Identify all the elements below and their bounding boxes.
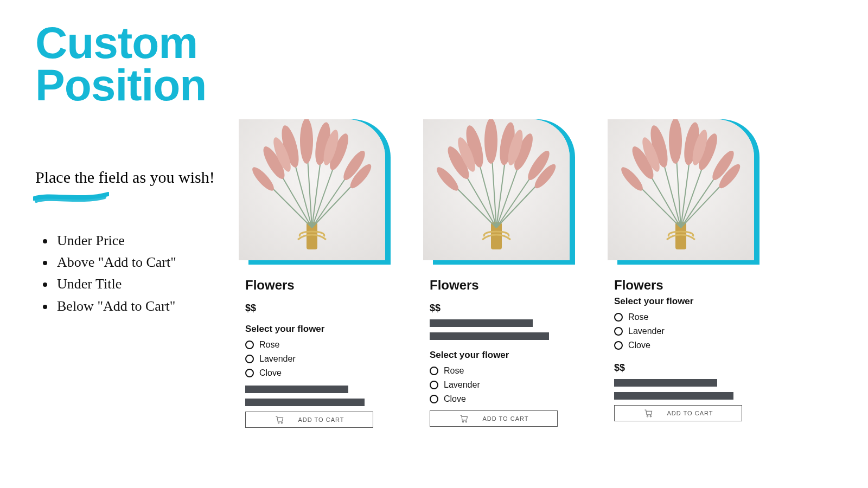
product-thumbnail bbox=[608, 119, 760, 265]
add-to-cart-button[interactable]: ADD TO CART bbox=[614, 405, 742, 421]
radio-icon bbox=[614, 313, 623, 322]
svg-point-4 bbox=[300, 119, 313, 164]
svg-point-18 bbox=[484, 119, 497, 164]
radio-icon bbox=[614, 341, 623, 350]
tagline: Place the field as you wish! bbox=[35, 166, 231, 189]
list-item: Below "Add to Cart" bbox=[55, 296, 231, 317]
radio-icon bbox=[245, 355, 254, 363]
add-to-cart-label: ADD TO CART bbox=[667, 410, 713, 416]
variant-radio-group[interactable]: Rose Lavender Clove bbox=[430, 364, 580, 406]
list-item: Above "Add to Cart" bbox=[55, 252, 231, 273]
brush-underline bbox=[33, 191, 231, 203]
placeholder-bar bbox=[245, 386, 348, 393]
cart-icon bbox=[275, 415, 284, 424]
product-title: Flowers bbox=[430, 278, 580, 293]
svg-point-13 bbox=[281, 422, 282, 423]
radio-label: Lavender bbox=[444, 380, 480, 390]
placeholder-bar bbox=[430, 332, 549, 340]
product-price: $$ bbox=[430, 303, 580, 314]
variant-radio-rose[interactable]: Rose bbox=[614, 310, 765, 324]
placeholder-bars bbox=[430, 319, 580, 340]
radio-icon bbox=[245, 341, 254, 349]
radio-icon bbox=[245, 369, 254, 377]
radio-label: Rose bbox=[444, 366, 464, 376]
radio-label: Clove bbox=[444, 394, 466, 404]
product-thumbnail bbox=[239, 119, 391, 265]
product-cards-row: Flowers $$ Select your flower Rose Laven… bbox=[239, 119, 765, 428]
variant-select-label: Select your flower bbox=[430, 350, 580, 361]
svg-point-32 bbox=[669, 119, 682, 164]
svg-point-12 bbox=[278, 422, 279, 423]
svg-point-26 bbox=[462, 421, 463, 422]
variant-radio-group[interactable]: Rose Lavender Clove bbox=[245, 338, 396, 380]
radio-icon bbox=[430, 381, 438, 389]
product-title: Flowers bbox=[614, 278, 765, 293]
add-to-cart-button[interactable]: ADD TO CART bbox=[430, 410, 558, 427]
radio-icon bbox=[430, 367, 438, 375]
variant-radio-rose[interactable]: Rose bbox=[430, 364, 580, 378]
product-title: Flowers bbox=[245, 278, 396, 293]
product-card-above-add-to-cart: Flowers $$ Select your flower Rose Laven… bbox=[423, 119, 580, 428]
variant-radio-group[interactable]: Rose Lavender Clove bbox=[614, 310, 765, 352]
placeholder-bar bbox=[614, 392, 733, 400]
product-price: $$ bbox=[245, 303, 396, 314]
placeholder-bars bbox=[245, 386, 396, 406]
add-to-cart-label: ADD TO CART bbox=[298, 416, 344, 423]
radio-label: Lavender bbox=[259, 354, 296, 364]
cart-icon bbox=[459, 414, 469, 423]
radio-label: Lavender bbox=[628, 326, 665, 336]
radio-label: Clove bbox=[628, 341, 650, 350]
placeholder-bars bbox=[614, 379, 765, 400]
placeholder-bar bbox=[430, 319, 533, 327]
radio-icon bbox=[614, 327, 623, 336]
add-to-cart-label: ADD TO CART bbox=[483, 415, 529, 422]
page-headline: Custom Position bbox=[35, 22, 231, 106]
svg-point-41 bbox=[650, 416, 651, 417]
radio-label: Rose bbox=[628, 312, 648, 322]
radio-label: Rose bbox=[259, 340, 279, 350]
radio-icon bbox=[430, 395, 438, 403]
variant-radio-clove[interactable]: Clove bbox=[245, 366, 396, 380]
svg-point-27 bbox=[465, 421, 467, 422]
list-item: Under Price bbox=[55, 230, 231, 252]
cart-icon bbox=[643, 409, 653, 418]
svg-point-40 bbox=[647, 416, 648, 417]
placeholder-bar bbox=[245, 399, 365, 406]
add-to-cart-button[interactable]: ADD TO CART bbox=[245, 412, 373, 428]
list-item: Under Title bbox=[55, 273, 231, 295]
variant-radio-lavender[interactable]: Lavender bbox=[614, 324, 765, 338]
variant-radio-lavender[interactable]: Lavender bbox=[430, 378, 580, 392]
variant-select-label: Select your flower bbox=[614, 296, 765, 307]
placeholder-bar bbox=[614, 379, 717, 387]
product-thumbnail bbox=[423, 119, 575, 265]
variant-radio-clove[interactable]: Clove bbox=[614, 338, 765, 352]
variant-radio-rose[interactable]: Rose bbox=[245, 338, 396, 352]
variant-radio-clove[interactable]: Clove bbox=[430, 392, 580, 406]
product-card-under-price: Flowers $$ Select your flower Rose Laven… bbox=[239, 119, 396, 428]
position-options-list: Under Price Above "Add to Cart" Under Ti… bbox=[35, 230, 231, 317]
radio-label: Clove bbox=[259, 368, 282, 378]
variant-select-label: Select your flower bbox=[245, 324, 396, 335]
product-card-under-title: Flowers Select your flower Rose Lavender… bbox=[608, 119, 765, 428]
headline-line-2: Position bbox=[35, 60, 206, 110]
variant-radio-lavender[interactable]: Lavender bbox=[245, 352, 396, 366]
product-price: $$ bbox=[614, 362, 765, 374]
